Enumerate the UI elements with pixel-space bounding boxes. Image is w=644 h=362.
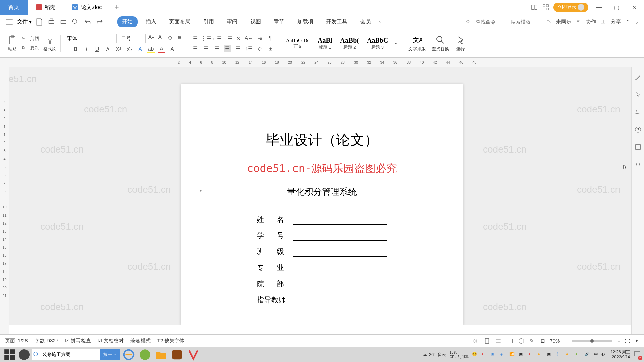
taskbar-search[interactable]: 搜一下 [32,349,120,360]
coop-label[interactable]: 协作 [586,19,596,25]
select-button[interactable]: 选择 [455,35,466,52]
align-distributed-button[interactable]: ☰ [234,45,242,52]
vertical-ruler[interactable]: 4321123456789101112131415161718192021 [0,67,9,347]
tray-shield-icon[interactable]: ◈ [500,352,506,358]
dropdown-icon[interactable]: ⊡ [541,338,545,344]
close-button[interactable]: ✕ [627,2,641,12]
font-name-select[interactable] [65,34,117,43]
align-justify-button[interactable]: ☰ [224,45,231,52]
tray-icon-11[interactable]: ◐ [601,352,607,358]
preview-icon[interactable] [71,18,80,26]
bold-button[interactable]: B [72,46,79,53]
sort-button[interactable]: ✕ [234,35,242,42]
italic-button[interactable]: I [83,46,90,53]
zoom-in-button[interactable]: + [617,338,620,344]
align-center-button[interactable]: ☰ [202,45,210,52]
minimize-button[interactable]: — [592,2,606,12]
tab-home[interactable]: 首页 [0,0,28,15]
tray-icon-7[interactable]: ● [538,352,544,358]
pen-icon[interactable] [634,74,642,81]
text-effect-button[interactable]: A [137,46,144,53]
search-template-input[interactable] [511,19,541,25]
word-count[interactable]: 字数: 9327 [35,338,59,344]
underline-button[interactable]: U [94,46,101,53]
shading-button[interactable]: ◇ [256,45,263,52]
text-layout-button[interactable]: 文A文字排版 [408,35,426,52]
cut-button[interactable]: ✂剪切 [22,35,39,43]
fit-icon[interactable]: ✦ [635,338,639,344]
tray-icon-6[interactable]: ● [528,352,534,358]
clear-format-icon[interactable]: ◇ [166,34,174,41]
tray-bluetooth-icon[interactable]: ᛒ [556,352,562,358]
taskbar-search-input[interactable] [40,352,100,357]
paste-button[interactable]: 粘贴 [7,35,18,52]
globe-icon[interactable] [518,338,525,344]
cloud-icon[interactable] [545,19,551,25]
web-view-icon[interactable] [506,338,513,344]
zoom-slider[interactable] [572,340,612,342]
menu-view[interactable]: 视图 [246,16,266,27]
unsync-label[interactable]: 未同步 [556,19,571,25]
file-menu[interactable]: 文件 ▾ [17,18,32,25]
redo-icon[interactable] [95,18,104,26]
page-indicator[interactable]: 页面: 1/28 [5,338,28,344]
undo-icon[interactable] [83,18,92,26]
align-left-button[interactable]: ☰ [192,45,199,52]
copy-button[interactable]: ⧉复制 [22,44,39,52]
zoom-thumb[interactable] [590,339,594,343]
start-button[interactable] [3,348,17,361]
ie-app-icon[interactable] [122,348,136,361]
style-heading3[interactable]: AaBbC标题 3 [363,36,392,51]
char-scale-button[interactable]: A↔ [245,35,253,42]
settings-icon[interactable] [634,109,642,116]
help-icon[interactable]: ? [634,126,642,133]
document-page[interactable]: ▸ 毕业设计（论文） code51.cn-源码乐园盗图必究 量化积分管理系统 姓… [181,84,463,325]
taskbar-search-button[interactable]: 搜一下 [100,349,120,360]
tab-button[interactable]: ⇥ [256,35,263,42]
cortana-icon[interactable] [19,349,30,360]
bullet-list-button[interactable]: ☰ [192,35,199,42]
menu-page-layout[interactable]: 页面布局 [164,16,195,27]
find-replace-button[interactable]: 查找替换 [432,35,449,52]
eye-icon[interactable] [472,338,479,344]
fullscreen-icon[interactable]: ⛶ [625,338,630,344]
cursor-tool-icon[interactable] [634,91,642,99]
font-color-button[interactable]: A [158,46,165,53]
menu-review[interactable]: 审阅 [222,16,242,27]
style-heading1[interactable]: AaBl标题 1 [314,36,336,51]
format-painter-button[interactable]: 格式刷 [43,35,56,52]
line-spacing-button[interactable]: ↕☰ [245,45,253,52]
save-icon[interactable] [35,18,44,26]
translate-icon[interactable] [634,143,642,151]
spellcheck-toggle[interactable]: ☑ 拼写检查 [65,338,91,344]
outline-view-icon[interactable] [495,338,502,344]
tray-icon-9[interactable]: ● [566,352,572,358]
style-more-button[interactable]: ▾ [392,40,400,47]
menu-start[interactable]: 开始 [117,16,138,27]
highlight-button[interactable]: ab [147,46,155,53]
share-label[interactable]: 分享 [611,19,621,25]
tray-icon-5[interactable]: ▣ [519,352,525,358]
menu-devtools[interactable]: 开发工具 [321,16,352,27]
increase-indent-button[interactable]: →☰ [224,35,231,42]
grid-icon[interactable] [542,4,549,11]
ime-indicator[interactable]: 中 [594,352,598,357]
menu-chapter[interactable]: 章节 [269,16,289,27]
tray-icon-8[interactable]: ▣ [547,352,553,358]
night-mode-icon[interactable]: ✎ [529,338,536,344]
print2-icon[interactable] [59,18,68,26]
menu-reference[interactable]: 引用 [199,16,219,27]
phonetic-icon[interactable]: 拼 [176,34,183,41]
tab-dock[interactable]: 稻壳 [28,0,64,15]
tray-volume-icon[interactable]: 🔊 [585,352,591,358]
tab-add-button[interactable]: + [110,0,123,15]
explorer-app-icon[interactable] [154,348,168,361]
tray-icon-2[interactable]: ● [481,352,487,358]
reading-mode-icon[interactable] [531,4,538,11]
browser-app-icon[interactable] [138,348,152,361]
cpu-widget[interactable]: 15% CPU利用率 [449,350,468,358]
align-right-button[interactable]: ☰ [213,45,220,52]
style-normal[interactable]: AaBbCcDd正文 [282,37,313,50]
grow-font-icon[interactable]: A+ [148,34,155,41]
document-area[interactable]: code51.cn code51.cn code51.cn code51.cn … [0,67,644,325]
